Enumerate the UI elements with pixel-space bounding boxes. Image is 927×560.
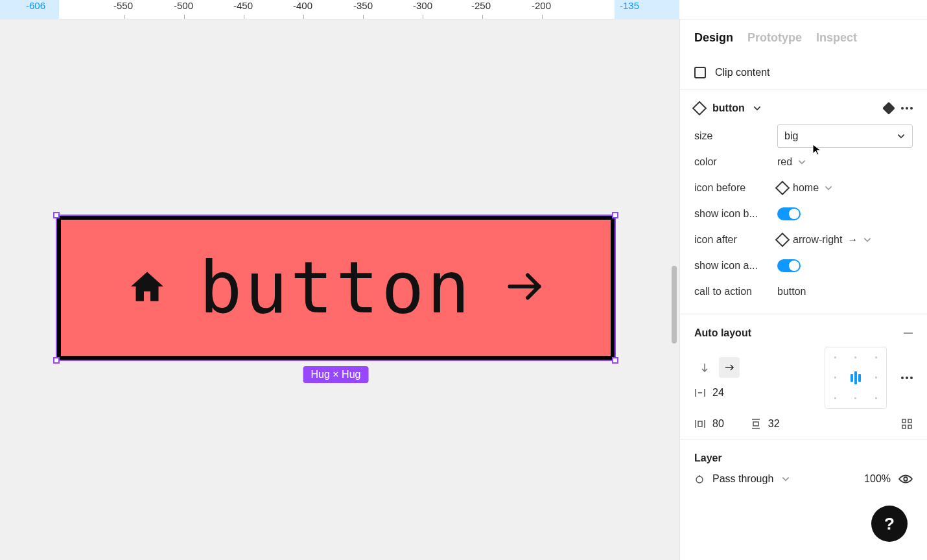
gap-input[interactable]: 24 [694, 387, 740, 399]
opacity-input[interactable]: 100% [864, 473, 891, 485]
button-text: button [199, 246, 472, 329]
layer-section: Layer Pass through 100% [680, 439, 927, 494]
prop-icon-before: icon before home [694, 175, 913, 201]
arrow-right-icon [505, 267, 544, 309]
tab-design[interactable]: Design [694, 31, 733, 45]
prop-size-select[interactable]: big [777, 124, 913, 148]
chevron-down-icon[interactable] [781, 474, 790, 484]
svg-point-5 [696, 476, 703, 483]
padding-v-icon [750, 418, 762, 430]
prop-icon-after: icon after arrow-right → [694, 227, 913, 253]
resize-handle-bl[interactable] [53, 357, 60, 364]
padding-individual-icon[interactable] [901, 418, 913, 430]
selection-size-label: Hug × Hug [303, 366, 369, 383]
variant-swap-icon[interactable] [882, 102, 895, 115]
canvas[interactable]: button Hug × Hug [0, 19, 679, 560]
prop-show-icon-after: show icon a... [694, 253, 913, 279]
home-icon [128, 267, 167, 309]
prop-icon-after-select[interactable]: arrow-right → [777, 234, 913, 246]
blend-icon [694, 474, 705, 484]
padding-h-input[interactable]: 80 [694, 418, 724, 430]
blend-mode-select[interactable]: Pass through [712, 473, 773, 485]
resize-handle-tl[interactable] [53, 212, 60, 218]
properties-panel: Design Prototype Inspect Clip content bu… [679, 19, 927, 560]
instance-icon [775, 181, 790, 196]
prop-show-icon-before: show icon b... [694, 201, 913, 227]
alignment-grid[interactable] [825, 347, 887, 409]
prop-color: color red [694, 149, 913, 175]
help-button[interactable]: ? [871, 506, 908, 542]
auto-layout-section: Auto layout 24 [680, 314, 927, 439]
resize-handle-tr[interactable] [612, 212, 618, 218]
svg-point-6 [904, 477, 908, 481]
auto-layout-title: Auto layout [694, 327, 751, 339]
tab-inspect[interactable]: Inspect [816, 31, 857, 45]
ruler-tick: -500 [174, 0, 193, 11]
eye-icon[interactable] [898, 473, 913, 485]
selection-frame[interactable]: button Hug × Hug [56, 215, 616, 361]
layer-title: Layer [694, 449, 913, 473]
ruler-sel-end: -135 [620, 0, 639, 11]
direction-horizontal-button[interactable] [719, 357, 740, 378]
ruler-tick: -450 [233, 0, 253, 11]
padding-h-icon [694, 418, 706, 430]
component-props-section: button size big color red [680, 89, 927, 314]
ruler-sel-start: -606 [26, 0, 45, 11]
tab-prototype[interactable]: Prototype [747, 31, 802, 45]
instance-icon [775, 233, 790, 248]
ruler-tick: -350 [353, 0, 373, 11]
panel-tabs: Design Prototype Inspect [680, 19, 927, 54]
padding-v-input[interactable]: 32 [750, 418, 780, 430]
svg-rect-1 [902, 419, 906, 423]
chevron-down-icon [897, 132, 906, 141]
component-name[interactable]: button [712, 102, 745, 114]
toggle-show-icon-after[interactable] [777, 259, 801, 272]
direction-vertical-button[interactable] [694, 357, 715, 378]
button-component-preview[interactable]: button [57, 216, 615, 360]
toggle-show-icon-before[interactable] [777, 207, 801, 220]
ruler[interactable]: -606 -550 -500 -450 -400 -350 -300 -250 … [0, 0, 927, 19]
gap-icon [694, 387, 706, 399]
component-icon [692, 101, 707, 116]
remove-auto-layout-icon[interactable] [904, 332, 913, 334]
prop-cta-input[interactable]: button [777, 286, 913, 298]
ruler-tick: -300 [413, 0, 432, 11]
ruler-tick: -200 [532, 0, 551, 11]
arrow-right-glyph: → [847, 234, 858, 246]
svg-rect-4 [908, 425, 911, 428]
auto-layout-more-icon[interactable] [901, 377, 913, 379]
align-center-indicator [845, 368, 865, 388]
chevron-down-icon [863, 235, 872, 244]
ruler-tick: -550 [113, 0, 133, 11]
clip-content-checkbox[interactable] [694, 67, 706, 78]
prop-call-to-action: call to action button [694, 279, 913, 305]
svg-rect-3 [902, 425, 906, 428]
clip-content-section: Clip content [680, 54, 927, 89]
resize-handle-br[interactable] [612, 357, 618, 364]
chevron-down-icon [797, 158, 806, 167]
more-icon[interactable] [901, 107, 913, 110]
prop-color-select[interactable]: red [777, 156, 913, 168]
chevron-down-icon [824, 183, 833, 192]
ruler-tick: -250 [471, 0, 491, 11]
prop-size: size big [694, 123, 913, 149]
ruler-tick: -400 [293, 0, 312, 11]
clip-content-label: Clip content [715, 67, 770, 78]
canvas-scrollbar[interactable] [672, 266, 677, 344]
svg-rect-2 [908, 419, 911, 423]
chevron-down-icon[interactable] [753, 104, 762, 113]
prop-icon-before-select[interactable]: home [777, 182, 913, 194]
